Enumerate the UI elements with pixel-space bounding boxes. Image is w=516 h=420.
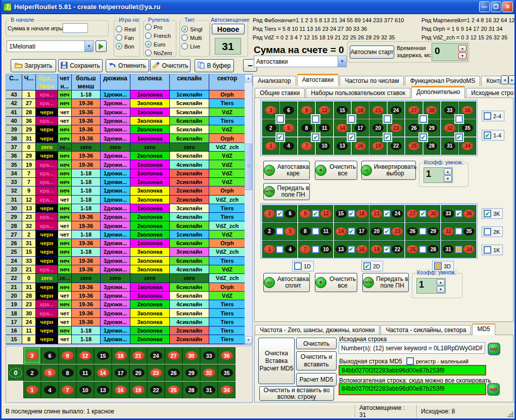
number-30[interactable]: 30 <box>426 106 437 114</box>
number-13[interactable]: 13 <box>336 245 347 253</box>
number-21[interactable]: 21 <box>372 106 384 114</box>
checkbox-icon[interactable] <box>363 262 371 270</box>
number-4[interactable]: 4 <box>283 142 294 150</box>
checkbox-icon[interactable] <box>348 227 355 235</box>
number-27[interactable]: 27 <box>168 351 180 360</box>
number-35[interactable]: 35 <box>463 227 475 236</box>
number-18[interactable]: 18 <box>355 106 366 114</box>
side-check-2K[interactable]: 2K <box>482 226 503 237</box>
table-row[interactable]: 431кра...неч1-181дюжи...1колонка1сиклайн… <box>6 90 246 99</box>
number-32[interactable]: 32 <box>203 368 215 377</box>
number-29[interactable]: 29 <box>426 124 437 132</box>
board-cell-28[interactable]: 28 <box>182 382 200 398</box>
board-cell-25[interactable]: 25 <box>165 382 182 398</box>
side-check-1-4[interactable]: 1-4 <box>482 130 504 141</box>
board-cell-18[interactable]: 18 <box>112 347 129 364</box>
button-clear-all-2[interactable]: ✱Очистить все <box>315 273 357 292</box>
number-34[interactable]: 34 <box>462 142 473 150</box>
number-34[interactable]: 34 <box>221 386 233 394</box>
board-cell-3[interactable]: 3 <box>23 347 41 364</box>
number-2[interactable]: 2 <box>265 124 276 132</box>
corner-checkbox[interactable] <box>384 133 391 141</box>
split-cell-15-18[interactable]: 1518 <box>334 205 369 222</box>
split-cell-9-12[interactable]: 912 <box>298 205 333 222</box>
number-14[interactable]: 14 <box>337 124 348 132</box>
new-button[interactable]: Новое <box>212 24 245 34</box>
number-29[interactable]: 29 <box>428 227 439 236</box>
number-6[interactable]: 6 <box>283 106 294 114</box>
dim-check-2D[interactable]: 2D <box>361 261 383 271</box>
board-cell-27[interactable]: 27 <box>165 347 182 364</box>
corner-checkbox[interactable] <box>276 115 284 123</box>
md5-clear-paste-button[interactable]: Очистить и вставить <box>296 351 337 370</box>
koef1-spinner[interactable]: 1 ▲▼ <box>424 167 453 183</box>
number-20[interactable]: 20 <box>132 368 145 377</box>
checkbox-icon[interactable] <box>455 210 462 217</box>
side-check-1K[interactable]: 1K <box>482 245 503 255</box>
number-26[interactable]: 26 <box>407 227 418 236</box>
number-32[interactable]: 32 <box>443 227 454 236</box>
number-3[interactable]: 3 <box>264 210 275 218</box>
table-row[interactable]: 3629черннеч19-363дюжи...2колонка5сиклайн… <box>6 152 246 160</box>
radio-bon[interactable]: Bon <box>116 43 138 50</box>
spin-up-icon[interactable]: ▲ <box>444 168 452 175</box>
checkbox-icon[interactable] <box>383 246 391 253</box>
radio-nozero[interactable]: NoZero <box>145 50 174 56</box>
md5-clear-button[interactable]: Очистить <box>296 338 337 349</box>
tab-scroll-left-button[interactable]: ◄ <box>501 75 508 84</box>
number-29[interactable]: 29 <box>185 368 198 377</box>
md5-clear-paste-aux-button[interactable]: Очистить и вставить во вспом. строку <box>259 386 334 401</box>
table-row[interactable]: 4036кра...чет19-363дюжи...3колонка6сикла… <box>6 117 246 125</box>
md5-aux-icon-button[interactable]: МД5 <box>487 383 500 396</box>
number-19[interactable]: 19 <box>132 386 145 394</box>
number-3[interactable]: 3 <box>265 106 276 114</box>
toolbar-button-5[interactable]: В буфер <box>195 59 234 72</box>
number-23[interactable]: 23 <box>150 368 162 377</box>
button-to-pn[interactable]: ➔ПНПередать в поле ПН <box>263 183 310 200</box>
table-row[interactable]: 1724чернчет19-362дюжи...3колонка4сиклайн… <box>6 318 246 326</box>
freqtab-md5[interactable]: MD5 <box>472 323 495 335</box>
number-3[interactable]: 3 <box>26 351 38 360</box>
board-cell-zero[interactable]: 0 <box>8 364 23 381</box>
checkbox-icon[interactable] <box>434 262 442 270</box>
checkbox-icon[interactable] <box>455 227 462 235</box>
split-cell-19-22[interactable]: 1922 <box>369 241 404 258</box>
number-16[interactable]: 16 <box>355 142 366 150</box>
board-cell-8[interactable]: 8 <box>59 364 76 381</box>
scroll-down-icon[interactable]: ▼ <box>245 336 252 344</box>
number-4[interactable]: 4 <box>285 245 296 253</box>
number-7[interactable]: 7 <box>301 142 312 150</box>
radio-french[interactable]: French <box>145 32 174 39</box>
freqtab-частота-сиклайны-сектора[interactable]: Частота - сиклайны, сектора <box>381 325 471 335</box>
number-22[interactable]: 22 <box>150 386 162 394</box>
preset-combobox[interactable]: 1Melonati▼ <box>7 40 93 52</box>
checkbox-icon[interactable] <box>484 210 491 217</box>
scrollbar-thumb[interactable] <box>245 144 252 190</box>
table-row[interactable]: 1413черннеч1-182дюжи...1колонка3сиклайнT… <box>6 344 246 345</box>
corner-checkbox[interactable] <box>419 133 427 141</box>
maximize-button[interactable]: ❐ <box>491 2 501 12</box>
number-30[interactable]: 30 <box>428 210 439 218</box>
table-row[interactable]: 272чернчет1-181дюжи...2колонка1сиклайнVd… <box>6 230 246 239</box>
spin-down-icon[interactable]: ▼ <box>437 286 445 293</box>
number-32[interactable]: 32 <box>444 124 455 132</box>
number-18[interactable]: 18 <box>115 351 127 360</box>
play-button[interactable] <box>96 40 107 52</box>
table-row[interactable]: 4227кра...неч19-363дюжи...3колонка5сикла… <box>6 99 246 108</box>
autobets-combobox[interactable]: Автоставки▼ <box>254 56 347 67</box>
number-36[interactable]: 36 <box>463 210 475 218</box>
number-14[interactable]: 14 <box>97 368 109 377</box>
checkbox-icon[interactable] <box>276 227 284 235</box>
number-6[interactable]: 6 <box>44 351 56 360</box>
number-8[interactable]: 8 <box>300 227 311 236</box>
radio-multi[interactable]: Multi <box>181 34 208 41</box>
subtab-наборы-пользовательских-ставок[interactable]: Наборы пользовательских ставок <box>306 88 410 98</box>
corner-checkbox[interactable] <box>348 133 355 141</box>
number-19[interactable]: 19 <box>371 245 382 253</box>
spin-up-icon[interactable]: ▲ <box>437 279 445 286</box>
md5-big-button[interactable]: Очистка Вставка Расчет MD5 <box>258 338 295 384</box>
table-row[interactable]: 1923кра...неч19-362дюжи...2колонка4сикла… <box>6 300 246 309</box>
radio-real[interactable]: Real <box>116 26 138 32</box>
number-24[interactable]: 24 <box>150 351 162 360</box>
start-sum-input[interactable] <box>63 23 88 33</box>
